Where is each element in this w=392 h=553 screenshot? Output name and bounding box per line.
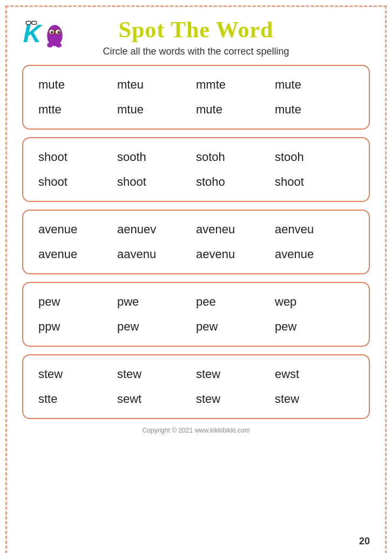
word-cell-4-1-3: stew: [275, 389, 354, 409]
word-cell-3-1-2: pew: [196, 316, 275, 337]
word-row-2-0: avenueaenuevaveneuaenveu: [38, 219, 354, 240]
word-cell-4-0-2: stew: [196, 364, 275, 385]
word-row-1-1: shootshootstohoshoot: [38, 172, 354, 192]
word-cell-4-1-0: stte: [38, 389, 117, 409]
word-cell-3-1-3: pew: [275, 316, 354, 337]
word-cell-2-1-3: avenue: [275, 244, 354, 265]
word-cell-0-0-1: mteu: [117, 75, 196, 95]
word-cell-2-0-1: aenuev: [117, 219, 196, 240]
word-cell-1-1-1: shoot: [117, 172, 196, 192]
page: K B: [5, 5, 387, 553]
word-cell-1-0-1: sooth: [117, 147, 196, 167]
word-cell-4-0-0: stew: [38, 364, 117, 385]
word-row-3-1: ppwpewpewpew: [38, 316, 354, 337]
word-cell-2-1-1: aavenu: [117, 244, 196, 265]
boxes-container: mutemteummtemutemttemtuemutemuteshootsoo…: [22, 65, 370, 419]
word-box-1: shootsoothsotohstoohshootshootstohoshoot: [22, 137, 370, 202]
word-cell-2-0-2: aveneu: [196, 219, 275, 240]
word-row-2-1: avenueaavenuaevenuavenue: [38, 244, 354, 265]
word-cell-0-1-0: mtte: [38, 99, 117, 120]
word-box-3: pewpwepeewepppwpewpewpew: [22, 282, 370, 347]
word-cell-1-1-0: shoot: [38, 172, 117, 192]
mascot-icon: K B: [22, 17, 65, 49]
word-cell-2-1-2: aevenu: [196, 244, 275, 265]
header: K B: [22, 17, 370, 43]
word-cell-3-0-0: pew: [38, 292, 117, 312]
word-box-0: mutemteummtemutemttemtuemutemute: [22, 65, 370, 130]
word-cell-4-0-1: stew: [117, 364, 196, 385]
word-cell-3-0-1: pwe: [117, 292, 196, 312]
word-cell-0-0-0: mute: [38, 75, 117, 95]
logo: K B: [22, 17, 65, 49]
footer-copyright: Copyright © 2021 www.kikkibikki.com: [22, 427, 370, 434]
word-cell-2-0-0: avenue: [38, 219, 117, 240]
word-cell-0-0-3: mute: [275, 75, 354, 95]
word-cell-3-1-0: ppw: [38, 316, 117, 337]
word-cell-1-1-3: shoot: [275, 172, 354, 192]
word-row-3-0: pewpwepeewep: [38, 292, 354, 312]
word-cell-1-0-0: shoot: [38, 147, 117, 167]
word-row-0-0: mutemteummtemute: [38, 75, 354, 95]
word-cell-1-1-2: stoho: [196, 172, 275, 192]
word-cell-4-1-2: stew: [196, 389, 275, 409]
word-cell-1-0-2: sotoh: [196, 147, 275, 167]
page-title: Spot The Word: [22, 17, 370, 43]
word-cell-3-0-3: wep: [275, 292, 354, 312]
word-cell-0-1-2: mute: [196, 99, 275, 120]
word-cell-4-0-3: ewst: [275, 364, 354, 385]
word-cell-2-1-0: avenue: [38, 244, 117, 265]
title-block: Spot The Word: [22, 17, 370, 43]
word-box-2: avenueaenuevaveneuaenveuavenueaavenuaeve…: [22, 210, 370, 274]
word-row-0-1: mttemtuemutemute: [38, 99, 354, 120]
word-cell-0-1-3: mute: [275, 99, 354, 120]
word-row-4-1: sttesewtstewstew: [38, 389, 354, 409]
subtitle: Circle all the words with the correct sp…: [22, 46, 370, 57]
word-cell-0-1-1: mtue: [117, 99, 196, 120]
word-cell-2-0-3: aenveu: [275, 219, 354, 240]
word-cell-3-0-2: pee: [196, 292, 275, 312]
word-row-4-0: stewstewstewewst: [38, 364, 354, 385]
word-cell-1-0-3: stooh: [275, 147, 354, 167]
word-box-4: stewstewstewewststtesewtstewstew: [22, 354, 370, 419]
word-cell-4-1-1: sewt: [117, 389, 196, 409]
word-row-1-0: shootsoothsotohstooh: [38, 147, 354, 167]
word-cell-0-0-2: mmte: [196, 75, 275, 95]
word-cell-3-1-1: pew: [117, 316, 196, 337]
page-number: 20: [359, 536, 370, 547]
svg-text:B: B: [46, 23, 63, 49]
